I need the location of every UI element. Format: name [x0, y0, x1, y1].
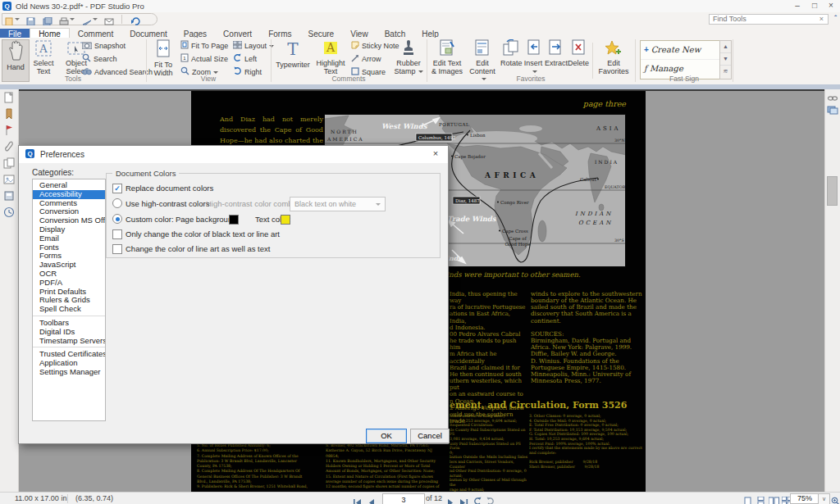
- arrow-tool-button[interactable]: Arrow: [351, 53, 381, 65]
- signatures-panel-icon[interactable]: [3, 174, 15, 185]
- zoom-in-icon[interactable]: [831, 494, 840, 504]
- send-dropdown-icon[interactable]: [93, 18, 98, 20]
- fine-print-line: unty Paid Subscriptions Stated on PS For…: [450, 442, 529, 451]
- category-item[interactable]: Email: [33, 234, 105, 243]
- stamp-dropdown-icon: [418, 70, 423, 73]
- only-black-label[interactable]: Only change the color of black text or l…: [126, 229, 280, 238]
- group-label-comments: Comments: [271, 75, 427, 83]
- category-item[interactable]: Digital IDs: [33, 328, 105, 337]
- new-dropdown-icon[interactable]: [15, 18, 20, 20]
- thumbnails-panel-icon[interactable]: [3, 92, 15, 103]
- category-item[interactable]: Timestamp Servers: [33, 337, 105, 348]
- attachments-panel-icon[interactable]: [3, 141, 15, 152]
- scroll-up-icon[interactable]: ▲: [720, 41, 731, 53]
- map-label-america: AMERICA: [326, 136, 364, 142]
- high-contrast-combo[interactable]: Black text on white: [290, 197, 386, 211]
- category-item[interactable]: Settings Manager: [33, 368, 105, 377]
- insert-pages-icon: [526, 51, 541, 59]
- map-label-congo-river: Congo River: [500, 200, 529, 206]
- high-contrast-label[interactable]: Use high-contrast colors: [126, 199, 209, 208]
- line-art-checkbox[interactable]: [112, 244, 122, 254]
- destinations-panel-icon[interactable]: [3, 157, 15, 169]
- line-art-label[interactable]: Change the color of line art as well as …: [126, 244, 270, 253]
- text-color-swatch[interactable]: [281, 215, 290, 225]
- ribbon: Hand A Select Text Object Select Snapsho…: [0, 38, 840, 85]
- previous-view-icon[interactable]: [472, 494, 482, 504]
- replace-colors-checkbox[interactable]: ✓: [112, 184, 122, 193]
- map-label-north: NORTH: [331, 129, 358, 134]
- previous-page-icon[interactable]: [368, 495, 375, 504]
- page-number-input[interactable]: [382, 493, 425, 504]
- fine-print-block-c: 5. No. of Issues Published Annually: 6;6…: [197, 443, 322, 490]
- page-background-swatch[interactable]: [229, 215, 239, 225]
- map-label-africa: AFRICA: [484, 171, 539, 179]
- svg-text:T: T: [287, 39, 299, 59]
- zoom-level-readout[interactable]: 75%: [790, 493, 819, 504]
- print-dropdown-icon[interactable]: [70, 18, 75, 20]
- next-page-icon[interactable]: [447, 495, 454, 504]
- zoom-dropdown-chevron[interactable]: ∨: [818, 493, 830, 504]
- rotate-left-button[interactable]: Left: [233, 53, 257, 65]
- only-black-checkbox[interactable]: [112, 229, 122, 239]
- favorites-inner-separator: [592, 43, 593, 79]
- next-view-icon[interactable]: [486, 494, 495, 504]
- camera-icon: [82, 41, 92, 52]
- fit-to-page-button[interactable]: Fit To Page: [180, 40, 228, 52]
- map-label-cape-of: Cape of: [509, 236, 527, 242]
- snapshot-button[interactable]: Snapshot: [82, 40, 126, 52]
- edit-text-images-icon: [439, 51, 455, 59]
- map-label-30s: 30°S: [614, 238, 624, 243]
- category-item[interactable]: PDF/A: [33, 279, 105, 288]
- category-item[interactable]: Accessibility: [33, 190, 105, 199]
- link-panel-icon[interactable]: [827, 92, 838, 103]
- close-button[interactable]: ×: [823, 0, 839, 11]
- map-label-columbus: Columbus, 1492: [418, 135, 455, 140]
- last-page-icon[interactable]: [459, 495, 469, 504]
- high-contrast-radio[interactable]: [112, 198, 122, 208]
- layout-button[interactable]: Layout: [233, 40, 274, 52]
- collapse-ribbon-icon[interactable]: ˆ: [834, 14, 837, 22]
- document-colors-title: Document Colors: [112, 169, 179, 178]
- comments-panel-icon[interactable]: [3, 125, 15, 136]
- create-new-signature[interactable]: + Create New: [641, 41, 719, 60]
- maximize-button[interactable]: □: [806, 0, 823, 11]
- fine-print-line: bution by Other Classes of Mail through …: [450, 478, 529, 487]
- categories-list[interactable]: GeneralAccessibilityCommentsConversionCo…: [32, 179, 106, 421]
- dialog-title-bar[interactable]: Q Preferences ×: [19, 146, 448, 163]
- hand-icon: [7, 55, 24, 63]
- custom-color-radio[interactable]: [112, 214, 122, 224]
- black-sea: [519, 125, 542, 132]
- map-label-ocean: OCEAN: [578, 220, 613, 226]
- typewriter-icon: T: [285, 52, 301, 61]
- dialog-close-icon[interactable]: ×: [430, 148, 441, 158]
- single-page-layout-icon[interactable]: [742, 494, 753, 504]
- history-panel-icon[interactable]: [3, 207, 15, 218]
- cancel-button[interactable]: Cancel: [410, 429, 450, 443]
- left-panel-rail: [0, 89, 19, 492]
- fast-sign-scrollbar[interactable]: ▲ ▼ ≋: [719, 40, 732, 79]
- category-item[interactable]: Spell Check: [33, 305, 105, 316]
- map-label-good-hope: Good Hope: [504, 242, 530, 247]
- vertical-scrollbar-thumb[interactable]: [827, 176, 838, 206]
- cape-bojador-dot: [451, 156, 453, 157]
- find-clear-icon[interactable]: ×: [819, 15, 824, 23]
- continuous-layout-icon[interactable]: [756, 494, 766, 504]
- first-page-icon[interactable]: [353, 495, 363, 504]
- window-title: Old News 30-2.pdf* - PDF Studio Pro: [16, 0, 144, 12]
- replace-colors-label[interactable]: Replace document colors: [126, 184, 213, 193]
- scroll-down-icon[interactable]: ▼: [720, 53, 731, 66]
- custom-color-label[interactable]: Custom color:: [126, 215, 174, 224]
- find-tools-input[interactable]: [709, 14, 829, 25]
- facing-layout-icon[interactable]: [769, 494, 779, 504]
- search-button[interactable]: Search: [82, 53, 117, 65]
- fast-sign-list: + Create New ƒ Manage: [640, 40, 720, 79]
- dialog-app-icon: Q: [25, 149, 34, 158]
- minimize-button[interactable]: –: [789, 0, 806, 11]
- layers-panel-icon[interactable]: [3, 190, 15, 202]
- comments-list-icon[interactable]: [827, 103, 838, 115]
- body-line: Brazil and claimed it for: [450, 365, 527, 371]
- bookmarks-panel-icon[interactable]: [3, 108, 15, 120]
- actual-size-button[interactable]: 1Actual Size: [180, 53, 228, 65]
- ok-button[interactable]: OK: [366, 429, 407, 443]
- group-label-fast-sign: Fast Sign: [635, 75, 733, 83]
